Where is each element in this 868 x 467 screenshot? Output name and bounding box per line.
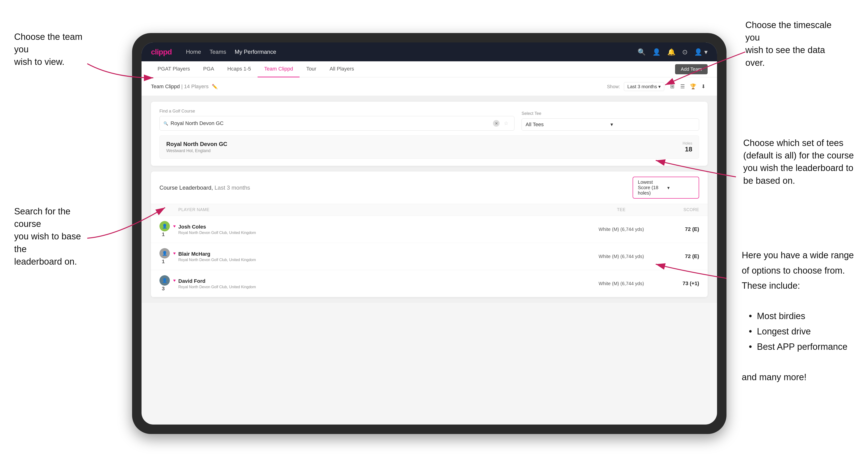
edit-icon[interactable]: ✏️ <box>212 84 218 89</box>
player-rank: 👤 ♥ 1 <box>159 221 178 238</box>
search-row: Find a Golf Course 🔍 ✕ ☆ Select Tee All … <box>159 109 699 131</box>
annotation-timescale: Choose the timescale youwish to see the … <box>745 19 844 69</box>
nav-links: Home Teams My Performance <box>186 49 276 55</box>
clear-button[interactable]: ✕ <box>493 120 500 127</box>
select-group: Select Tee All Tees ▾ <box>522 111 699 131</box>
show-select[interactable]: Last 3 months ▾ <box>624 82 664 91</box>
sub-nav-hcaps[interactable]: Hcaps 1-5 <box>221 61 257 77</box>
player-name: David Ford <box>178 278 256 284</box>
player-row: 👤 ♥ 3 David Ford Royal North Devon Golf … <box>151 270 708 297</box>
view-icons: ⊞ ☰ 🏆 ⬇ <box>668 82 708 91</box>
team-right: Show: Last 3 months ▾ ⊞ ☰ 🏆 ⬇ <box>607 82 708 91</box>
card-section: Find a Golf Course 🔍 ✕ ☆ Select Tee All … <box>142 96 717 303</box>
score-chevron-icon: ▾ <box>667 185 694 191</box>
sub-nav-pga[interactable]: PGA <box>196 61 220 77</box>
settings-icon[interactable]: ⊙ <box>682 48 687 56</box>
user-icon[interactable]: 👤 <box>652 48 661 56</box>
course-info: Royal North Devon GC Westward Hol, Engla… <box>166 141 227 153</box>
col-player-header: PLAYER NAME <box>178 207 581 212</box>
col-score-header: SCORE <box>661 207 699 212</box>
holes-label: Holes <box>683 141 692 146</box>
player-row: 👤 ♥ 1 Josh Coles Royal North Devon Golf … <box>151 216 708 243</box>
player-details: Blair McHarg Royal North Devon Golf Club… <box>178 251 256 262</box>
player-club: Royal North Devon Golf Club, United King… <box>178 231 256 235</box>
player-score: 73 (+1) <box>661 280 699 286</box>
search-card: Find a Golf Course 🔍 ✕ ☆ Select Tee All … <box>151 102 708 166</box>
player-club: Royal North Devon Golf Club, United King… <box>178 285 256 289</box>
chevron-down-icon: ▾ <box>611 121 695 128</box>
annotation-tees: Choose which set of tees(default is all)… <box>743 137 854 187</box>
leaderboard-title: Course Leaderboard, Last 3 months <box>159 184 250 191</box>
team-title: Team Clippd | 14 Players <box>151 84 209 90</box>
avatar: 👤 <box>159 275 170 286</box>
avatar: 👤 <box>159 248 170 258</box>
search-icon[interactable]: 🔍 <box>638 48 646 56</box>
search-input[interactable] <box>170 120 491 126</box>
player-row: 👤 ♥ 1 Blair McHarg Royal North Devon Gol… <box>151 243 708 270</box>
nav-link-myperformance[interactable]: My Performance <box>235 49 276 55</box>
sub-nav-allplayers[interactable]: All Players <box>323 61 361 77</box>
player-info: Josh Coles Royal North Devon Golf Club, … <box>178 224 581 235</box>
player-tee: White (M) (6,744 yds) <box>581 254 661 259</box>
annotation-options: Here you have a wide rangeof options to … <box>742 248 854 385</box>
tee-select[interactable]: All Tees ▾ <box>522 118 699 131</box>
leaderboard-header: Course Leaderboard, Last 3 months Lowest… <box>151 172 708 204</box>
sub-nav: PGAT Players PGA Hcaps 1-5 Team Clippd T… <box>142 61 717 77</box>
find-label: Find a Golf Course <box>159 109 515 114</box>
nav-bar: clippd Home Teams My Performance 🔍 👤 🔔 ⊙… <box>142 42 717 61</box>
table-header: PLAYER NAME TEE SCORE <box>151 204 708 216</box>
bell-icon[interactable]: 🔔 <box>667 48 676 56</box>
tablet-screen: clippd Home Teams My Performance 🔍 👤 🔔 ⊙… <box>142 42 717 425</box>
score-type-select[interactable]: Lowest Score (18 holes) ▾ <box>632 177 699 198</box>
player-rank: 👤 ♥ 3 <box>159 275 178 292</box>
annotation-choose-team: Choose the team youwish to view. <box>14 31 94 68</box>
player-score: 72 (E) <box>661 226 699 232</box>
profile-icon[interactable]: 👤 ▾ <box>694 48 708 56</box>
add-team-button[interactable]: Add Team <box>675 64 708 74</box>
nav-right: 🔍 👤 🔔 ⊙ 👤 ▾ <box>638 48 708 56</box>
list-view-icon[interactable]: ☰ <box>678 82 687 91</box>
download-icon[interactable]: ⬇ <box>699 82 708 91</box>
annotation-search-course: Search for the courseyou wish to base th… <box>14 205 94 268</box>
sub-nav-pgat[interactable]: PGAT Players <box>151 61 196 77</box>
search-input-wrap: 🔍 ✕ ☆ <box>159 116 515 131</box>
player-info: David Ford Royal North Devon Golf Club, … <box>178 278 581 289</box>
heart-icon[interactable]: ♥ <box>173 224 176 228</box>
player-details: David Ford Royal North Devon Golf Club, … <box>178 278 256 289</box>
sub-nav-tour[interactable]: Tour <box>300 61 323 77</box>
player-tee: White (M) (6,744 yds) <box>581 227 661 232</box>
player-details: Josh Coles Royal North Devon Golf Club, … <box>178 224 256 235</box>
player-score: 72 (E) <box>661 253 699 259</box>
player-info: Blair McHarg Royal North Devon Golf Club… <box>178 251 581 262</box>
star-button[interactable]: ☆ <box>502 119 510 128</box>
course-result[interactable]: Royal North Devon GC Westward Hol, Engla… <box>159 135 699 159</box>
holes-box: Holes 18 <box>683 141 692 153</box>
show-label: Show: <box>607 84 620 89</box>
col-tee-header: TEE <box>581 207 661 212</box>
grid-view-icon[interactable]: ⊞ <box>668 82 677 91</box>
heart-icon[interactable]: ♥ <box>173 278 176 283</box>
heart-icon[interactable]: ♥ <box>173 251 176 256</box>
tee-label: Select Tee <box>522 111 699 116</box>
sub-nav-teamclippd[interactable]: Team Clippd <box>257 61 300 77</box>
team-header: Team Clippd | 14 Players ✏️ Show: Last 3… <box>142 77 717 96</box>
player-name: Josh Coles <box>178 224 256 230</box>
player-name: Blair McHarg <box>178 251 256 257</box>
player-rank: 👤 ♥ 1 <box>159 248 178 264</box>
nav-link-home[interactable]: Home <box>186 49 201 55</box>
trophy-icon[interactable]: 🏆 <box>689 82 697 91</box>
holes-value: 18 <box>683 146 692 153</box>
tablet-frame: clippd Home Teams My Performance 🔍 👤 🔔 ⊙… <box>132 33 726 434</box>
course-name: Royal North Devon GC <box>166 141 227 148</box>
leaderboard-card: Course Leaderboard, Last 3 months Lowest… <box>151 172 708 297</box>
player-club: Royal North Devon Golf Club, United King… <box>178 258 256 262</box>
avatar: 👤 <box>159 221 170 231</box>
search-group: Find a Golf Course 🔍 ✕ ☆ <box>159 109 515 131</box>
player-tee: White (M) (6,744 yds) <box>581 281 661 286</box>
nav-logo: clippd <box>151 48 172 56</box>
search-magnify-icon: 🔍 <box>163 121 168 126</box>
nav-link-teams[interactable]: Teams <box>210 49 226 55</box>
course-location: Westward Hol, England <box>166 148 227 153</box>
